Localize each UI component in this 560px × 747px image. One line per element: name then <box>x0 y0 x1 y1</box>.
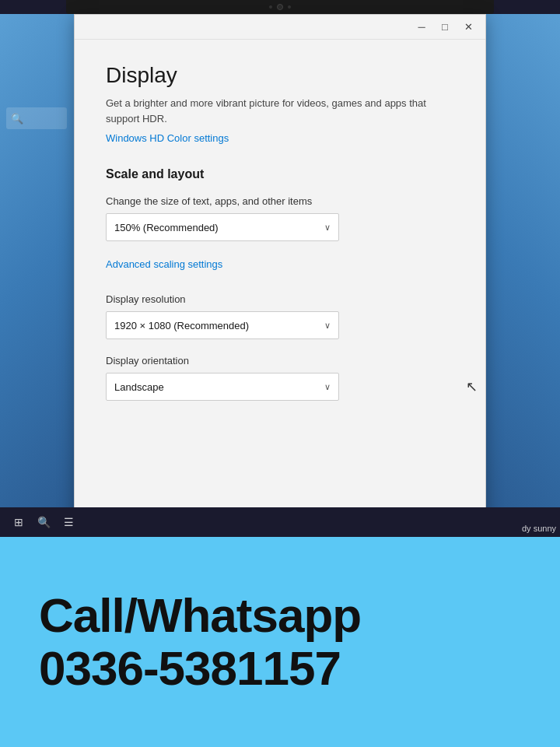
maximize-button[interactable]: □ <box>434 18 456 37</box>
orientation-dropdown-value: Landscape <box>114 381 164 393</box>
window-controls: ─ □ ✕ <box>411 18 479 37</box>
resolution-dropdown-container: 1920 × 1080 (Recommended) ∨ <box>106 311 454 339</box>
resolution-dropdown-arrow: ∨ <box>324 321 331 331</box>
side-panel-left: 🔍 <box>0 14 74 528</box>
contact-banner: Call/Whatsapp 0336-5381157 <box>0 537 560 747</box>
webcam-dot <box>277 4 283 10</box>
banner-line2: 0336-5381157 <box>39 642 341 695</box>
minimize-button[interactable]: ─ <box>411 18 432 37</box>
taskbar-icon-task[interactable]: ☰ <box>58 511 79 533</box>
orientation-label: Display orientation <box>106 355 454 366</box>
orientation-dropdown-container: Landscape ∨ ↖ <box>106 373 454 401</box>
taskbar-icon-search[interactable]: 🔍 <box>33 511 54 533</box>
resolution-dropdown[interactable]: 1920 × 1080 (Recommended) ∨ <box>106 311 339 339</box>
search-bar-left[interactable]: 🔍 <box>6 107 67 129</box>
page-title: Display <box>106 63 454 88</box>
scale-dropdown-value: 150% (Recommended) <box>114 222 219 233</box>
close-button[interactable]: ✕ <box>457 18 479 37</box>
orientation-dropdown-arrow: ∨ <box>324 382 331 392</box>
hdr-link[interactable]: Windows HD Color settings <box>106 132 229 144</box>
resolution-label: Display resolution <box>106 293 454 305</box>
weather-text: dy sunny <box>522 524 556 533</box>
settings-window: ─ □ ✕ Display Get a brighter and more vi… <box>74 14 486 528</box>
advanced-scaling-link[interactable]: Advanced scaling settings <box>106 258 222 270</box>
cursor-arrow-icon: ↖ <box>466 378 478 395</box>
webcam-indicator <box>269 5 272 9</box>
orientation-dropdown[interactable]: Landscape ∨ <box>106 373 339 401</box>
taskbar: ⊞ 🔍 ☰ <box>0 507 560 537</box>
settings-content: Display Get a brighter and more vibrant … <box>75 40 485 527</box>
webcam-indicator-right <box>288 5 291 9</box>
taskbar-icon-windows[interactable]: ⊞ <box>8 511 30 533</box>
laptop-bezel <box>66 0 494 14</box>
scale-label: Change the size of text, apps, and other… <box>106 195 454 207</box>
hdr-description: Get a brighter and more vibrant picture … <box>106 96 454 126</box>
title-bar: ─ □ ✕ <box>75 15 485 40</box>
scale-dropdown-container: 150% (Recommended) ∨ <box>106 213 454 241</box>
scale-section-title: Scale and layout <box>106 167 454 181</box>
scale-dropdown-arrow: ∨ <box>324 223 331 233</box>
side-panel-right <box>486 14 560 528</box>
banner-line1: Call/Whatsapp <box>39 589 361 642</box>
resolution-dropdown-value: 1920 × 1080 (Recommended) <box>114 320 249 331</box>
scale-dropdown[interactable]: 150% (Recommended) ∨ <box>106 213 339 241</box>
search-icon: 🔍 <box>11 113 22 124</box>
